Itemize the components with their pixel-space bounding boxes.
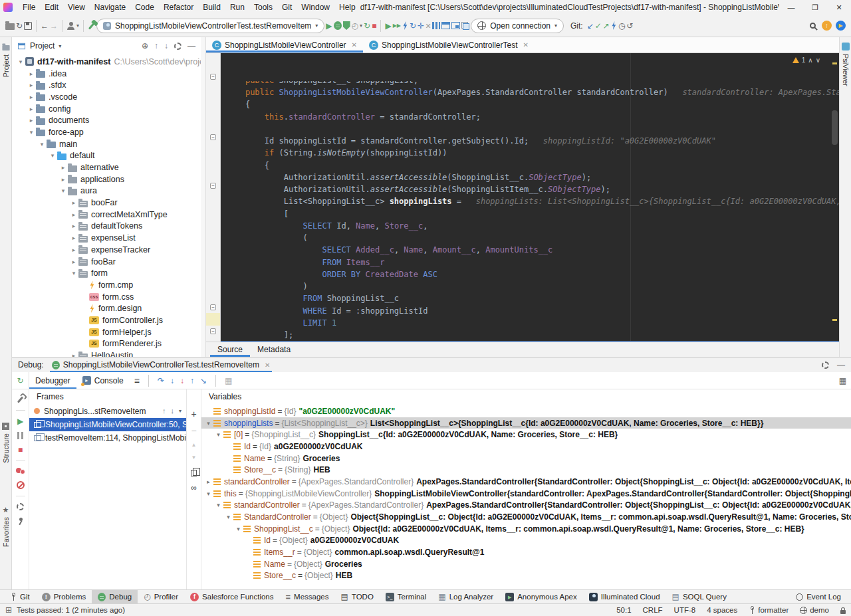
undo-icon[interactable]: ↺	[626, 22, 633, 30]
git-update-icon[interactable]: ↙	[587, 22, 594, 30]
down-arrow-icon[interactable]: ↓	[170, 407, 174, 415]
editor-tab-ShoppingListMobileViewControllerTest[interactable]: CShoppingListMobileViewControllerTest✕	[363, 37, 535, 52]
toolwindow-button-illuminated-cloud[interactable]: Illuminated Cloud	[583, 590, 666, 603]
move-icon[interactable]: ✛	[418, 22, 424, 30]
code-line[interactable]: FROM ShoppingList__c	[226, 292, 839, 304]
toolwindow-button-git[interactable]: Git	[4, 590, 36, 603]
code-line[interactable]: AuthorizationUtil.assertAccessible(Shopp…	[226, 183, 839, 195]
frame-row[interactable]: testRemoveItem:114, ShoppingListMobileVi…	[29, 431, 186, 445]
tree-item-fooBar[interactable]: ▸fooBar	[12, 256, 201, 268]
prev-warning-icon[interactable]: ∧	[808, 56, 812, 64]
close-icon[interactable]: ✕	[265, 361, 270, 369]
menu-help[interactable]: Help	[334, 1, 360, 13]
hide-icon[interactable]: —	[187, 42, 195, 50]
variable-row[interactable]: Name={String}Groceries	[201, 453, 851, 464]
variable-row[interactable]: Id={Id}a0G2E00000zV0CdUAK	[201, 441, 851, 453]
code-line[interactable]: LIMIT 1	[226, 317, 839, 329]
frame-row[interactable]: ShoppingListMobileViewController:50, Sho…	[29, 418, 186, 431]
rerun-icon[interactable]: ↻	[364, 22, 370, 30]
tree-item-form.design[interactable]: form.design	[12, 302, 201, 314]
code-line[interactable]: {	[226, 98, 839, 110]
rerun-icon[interactable]: ↻	[17, 377, 23, 385]
status-widget-demo[interactable]: demo	[800, 606, 829, 614]
open-connection-combo[interactable]: Open connection ▾	[471, 19, 564, 33]
tree-item-booFar[interactable]: ▸booFar	[12, 197, 201, 209]
tree-item-formHelper.js[interactable]: JSformHelper.js	[12, 326, 201, 338]
breakpoints-icon[interactable]	[16, 468, 25, 474]
variable-row[interactable]: ▾this={ShoppingListMobileViewController}…	[201, 488, 851, 500]
run-anything-icon[interactable]: ▶	[836, 21, 846, 31]
tree-item-form.css[interactable]: cssform.css	[12, 291, 201, 303]
tree-item-config[interactable]: ▸config	[12, 103, 201, 115]
add-icon[interactable]: +	[191, 409, 196, 419]
history-icon[interactable]: ◷	[618, 22, 625, 30]
copy-icon[interactable]	[191, 470, 197, 476]
tree-item-default[interactable]: ▾default	[12, 150, 201, 162]
code-line[interactable]: ORDER BY CreatedDate ASC	[226, 268, 839, 280]
restore-layout-icon[interactable]: ▦	[839, 377, 846, 385]
win-icon[interactable]	[441, 22, 450, 29]
variable-row[interactable]: Name={Object}Groceries	[201, 558, 851, 570]
debug-icon[interactable]	[334, 21, 342, 30]
toolwindow-button-log-analyzer[interactable]: ▦Log Analyzer	[432, 590, 499, 603]
menu-run[interactable]: Run	[225, 1, 249, 13]
toolwindow-button-profiler[interactable]: ◴Profiler	[138, 590, 184, 603]
close-button[interactable]: ✕	[827, 0, 851, 15]
open-icon[interactable]	[5, 23, 15, 30]
status-widget-UTF-8[interactable]: UTF-8	[674, 606, 696, 614]
target-icon[interactable]: ⊕	[142, 42, 148, 50]
up-arrow-icon[interactable]: ↑	[162, 407, 166, 415]
win2-icon[interactable]	[451, 22, 460, 29]
variable-row[interactable]: ▾[0]={ShoppingList__c}ShoppingList__c{Id…	[201, 429, 851, 441]
minimize-button[interactable]: —	[779, 0, 803, 15]
code-line[interactable]: (	[226, 232, 839, 244]
fold-icon[interactable]: −	[210, 74, 216, 80]
thread-selector[interactable]: ShoppingLis...stRemoveItem ↑ ↓ ▾	[29, 404, 186, 418]
gear-icon[interactable]	[174, 43, 182, 50]
code-content[interactable]: public ShoppingList__c shoppingList; pub…	[221, 53, 839, 342]
wrench-icon[interactable]	[17, 396, 23, 403]
caret-icon[interactable]: ▾	[76, 23, 79, 29]
pause-icon[interactable]	[17, 432, 23, 439]
toolwindow-button-salesforce-functions[interactable]: fSalesforce Functions	[184, 590, 279, 603]
tree-item-df17-with-manifest[interactable]: ▾df17-with-manifestC:\Users\Scott\dev\pr…	[12, 56, 201, 68]
tree-item-correctMetaXmlType[interactable]: ▸correctMetaXmlType	[12, 209, 201, 221]
close-icon[interactable]: ✕	[523, 41, 529, 49]
mute-icon[interactable]	[17, 481, 25, 489]
down-icon[interactable]: ↓	[164, 42, 168, 50]
remove-icon[interactable]: −	[191, 426, 196, 435]
run-icon[interactable]: ▶	[326, 22, 332, 30]
code-line[interactable]: SELECT Added__c, Name, Amount__c, Amount…	[226, 244, 839, 256]
info-stripe-mark[interactable]	[832, 319, 837, 321]
up-gray-icon[interactable]: ▲	[191, 443, 197, 448]
tab-debugger[interactable]: Debugger	[29, 372, 76, 389]
toolwindow-button-psiviewer[interactable]: PsiViewer	[842, 54, 850, 86]
sync-blue-icon[interactable]: ↻	[410, 22, 416, 30]
toolwindow-button-messages[interactable]: ≡Messages	[279, 590, 334, 603]
down-gray-icon[interactable]: ▼	[191, 455, 197, 461]
code-line[interactable]: FROM Items__r	[226, 257, 839, 268]
toolwindow-button-debug[interactable]: Debug	[92, 590, 138, 603]
up-icon[interactable]: ↑	[154, 42, 158, 50]
runall-icon[interactable]: ▶▶	[393, 23, 401, 29]
tree-item-main[interactable]: ▾main	[12, 138, 201, 150]
status-message[interactable]: Tests passed: 1 (2 minutes ago)	[17, 606, 125, 614]
menu-window[interactable]: Window	[297, 1, 334, 13]
warning-stripe-mark[interactable]	[832, 62, 837, 64]
code-line[interactable]: List<ShoppingList__c> shoppingLists = sh…	[226, 195, 839, 207]
gear-icon[interactable]	[17, 503, 24, 510]
menu-view[interactable]: View	[63, 1, 90, 13]
menu-code[interactable]: Code	[130, 1, 159, 13]
toolwindow-button-anonymous-apex[interactable]: ▶Anonymous Apex	[499, 590, 583, 603]
editor-gutter[interactable]: −−−−−	[206, 53, 221, 342]
status-widget-4 spaces[interactable]: 4 spaces	[707, 606, 737, 614]
menu-build[interactable]: Build	[198, 1, 225, 13]
next-warning-icon[interactable]: ∨	[816, 56, 820, 64]
toolwindow-button-terminal[interactable]: >_Terminal	[380, 590, 432, 603]
inspection-widget[interactable]: 1 ∧ ∨	[792, 56, 820, 64]
menu-refactor[interactable]: Refactor	[159, 1, 198, 13]
profiler-icon[interactable]: ◴	[352, 22, 358, 30]
variable-row[interactable]: ▸standardController={ApexPages.StandardC…	[201, 476, 851, 488]
tree-item-HelloAustin[interactable]: ▸HelloAustin	[12, 350, 201, 357]
code-line[interactable]: public ShoppingList__c shoppingList;	[226, 81, 839, 86]
